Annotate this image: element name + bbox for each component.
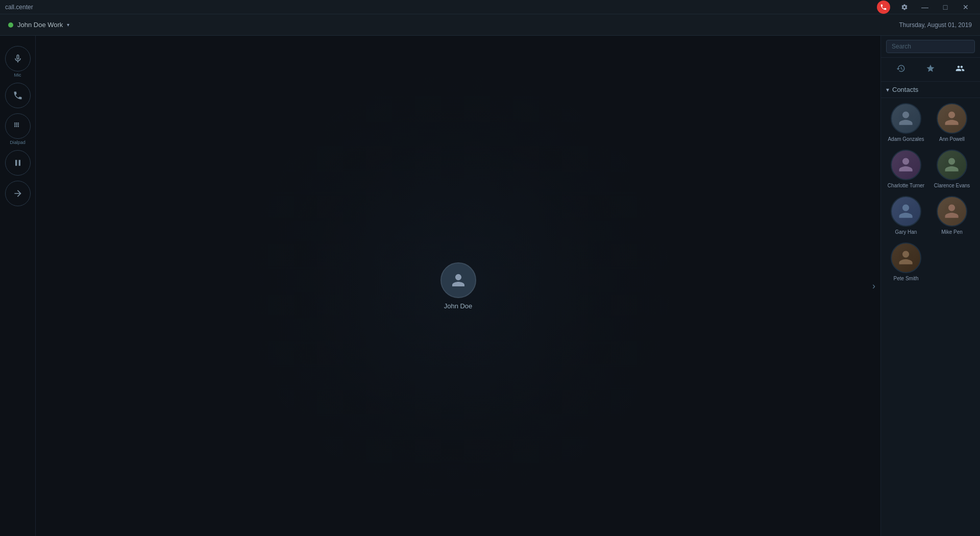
- phone-control-group: [5, 83, 31, 108]
- header: John Doe Work ▾ Thursday, August 01, 201…: [0, 14, 980, 36]
- settings-button[interactable]: [895, 0, 914, 14]
- person-silhouette: [892, 151, 920, 179]
- person-silhouette: [892, 104, 920, 133]
- hold-button[interactable]: [5, 150, 31, 176]
- tab-history[interactable]: [892, 62, 910, 77]
- tab-icons: [881, 58, 980, 82]
- user-status[interactable]: John Doe Work ▾: [8, 21, 69, 29]
- contact-name-mike: Mike Pen: [941, 229, 963, 235]
- contact-name-ann: Ann Powell: [939, 136, 965, 142]
- contact-avatar-mike: [937, 196, 967, 227]
- contact-avatar-gary: [891, 196, 921, 227]
- titlebar-left: call.center: [5, 4, 33, 11]
- person-silhouette: [892, 243, 920, 272]
- contact-avatar-clarence: [937, 150, 967, 180]
- transfer-control-group: [5, 181, 31, 206]
- contact-item-pete[interactable]: Pete Smith: [885, 242, 927, 282]
- mute-button[interactable]: [5, 46, 31, 71]
- svg-point-2: [17, 123, 19, 124]
- person-silhouette: [938, 197, 966, 226]
- svg-point-4: [16, 124, 17, 126]
- dialpad-label: Dialpad: [10, 140, 26, 145]
- dialpad-control-group: Dialpad: [5, 113, 31, 145]
- status-indicator: [8, 22, 13, 28]
- svg-point-5: [17, 124, 19, 126]
- contact-item-charlotte[interactable]: Charlotte Turner: [885, 150, 927, 189]
- tab-favorites[interactable]: [922, 62, 939, 77]
- caller-info: John Doe: [440, 262, 476, 310]
- contact-name-clarence: Clarence Evans: [934, 182, 970, 189]
- chevron-down-icon: ▾: [67, 22, 69, 28]
- person-silhouette: [938, 104, 966, 133]
- search-bar: [881, 36, 980, 58]
- svg-point-8: [17, 126, 19, 128]
- contact-name-pete: Pete Smith: [894, 275, 919, 282]
- end-call-button[interactable]: [5, 83, 31, 108]
- right-panel: ▾ Contacts Adam Gonzales: [880, 36, 980, 536]
- contact-item-mike[interactable]: Mike Pen: [931, 196, 973, 235]
- contacts-chevron-icon: ▾: [886, 86, 889, 93]
- main-content: Mic Dialpad: [0, 36, 980, 536]
- user-name: John Doe Work: [17, 21, 63, 29]
- svg-point-1: [16, 123, 17, 124]
- close-button[interactable]: ✕: [957, 0, 975, 14]
- maximize-button[interactable]: □: [936, 0, 954, 14]
- svg-point-0: [14, 123, 15, 124]
- caller-avatar: [440, 262, 476, 298]
- svg-point-3: [14, 124, 15, 126]
- contacts-grid: Adam Gonzales Ann Powell: [881, 98, 980, 536]
- contact-item-adam[interactable]: Adam Gonzales: [885, 103, 927, 142]
- datetime: Thursday, August 01, 2019: [899, 21, 972, 29]
- contact-name-charlotte: Charlotte Turner: [888, 182, 924, 189]
- transfer-button[interactable]: [5, 181, 31, 206]
- contacts-row-3: Gary Han Mike Pen: [885, 196, 976, 235]
- svg-point-6: [14, 126, 15, 128]
- contact-name-gary: Gary Han: [895, 229, 917, 235]
- contact-avatar-ann: [937, 103, 967, 134]
- mic-control-group: Mic: [5, 46, 31, 78]
- call-icon: [877, 1, 890, 14]
- person-silhouette: [892, 197, 920, 226]
- expand-panel-button[interactable]: ›: [872, 281, 875, 291]
- contact-item-gary[interactable]: Gary Han: [885, 196, 927, 235]
- contact-item-ann[interactable]: Ann Powell: [931, 103, 973, 142]
- contact-item-clarence[interactable]: Clarence Evans: [931, 150, 973, 189]
- app-title: call.center: [5, 4, 33, 11]
- contact-name-adam: Adam Gonzales: [888, 136, 924, 142]
- svg-point-7: [16, 126, 17, 128]
- search-input[interactable]: [886, 40, 975, 53]
- dialpad-button[interactable]: [5, 113, 31, 139]
- tab-contacts[interactable]: [951, 62, 969, 77]
- contact-avatar-pete: [891, 242, 921, 273]
- contacts-title: Contacts: [892, 86, 918, 93]
- caller-name: John Doe: [444, 302, 473, 310]
- hold-control-group: [5, 150, 31, 176]
- contacts-header: ▾ Contacts: [881, 82, 980, 98]
- contacts-row-2: Charlotte Turner Clarence Evans: [885, 150, 976, 189]
- contacts-row-4: Pete Smith: [885, 242, 976, 282]
- left-controls-panel: Mic Dialpad: [0, 36, 36, 536]
- contact-avatar-charlotte: [891, 150, 921, 180]
- minimize-button[interactable]: —: [916, 0, 934, 14]
- contacts-row-1: Adam Gonzales Ann Powell: [885, 103, 976, 142]
- titlebar-controls: — □ ✕: [877, 0, 975, 14]
- contact-avatar-adam: [891, 103, 921, 134]
- title-bar: call.center — □ ✕: [0, 0, 980, 14]
- mic-label: Mic: [14, 72, 21, 78]
- person-silhouette: [938, 151, 966, 179]
- call-area: John Doe ›: [36, 36, 880, 536]
